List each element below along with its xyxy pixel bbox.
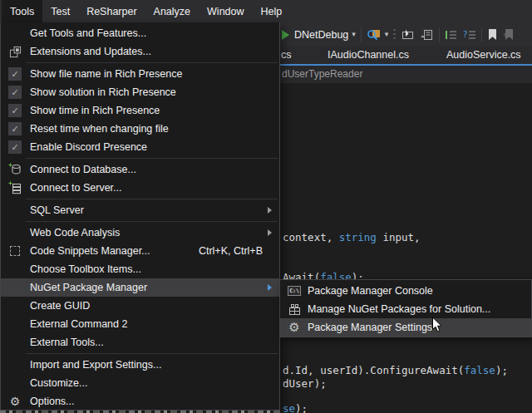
nuget-submenu: C:\ Package Manager Console Manage NuGet…: [279, 279, 532, 337]
menubar-test[interactable]: Test: [42, 0, 78, 22]
menu-item-show-time[interactable]: ✓ Show time in Rich Presence: [1, 101, 279, 120]
tools-menu: Get Tools and Features... Extensions and…: [0, 22, 280, 411]
menu-item-label: Extensions and Updates...: [30, 46, 151, 57]
menu-item-label: Show solution in Rich Presence: [30, 86, 176, 98]
navigate-forward-icon: [420, 28, 434, 41]
prev-bookmark-button[interactable]: [503, 28, 514, 41]
menu-item-label: Connect to Server...: [30, 182, 121, 194]
menu-item-manage-nuget-packages[interactable]: Manage NuGet Packages for Solution...: [280, 300, 531, 318]
breadcrumb[interactable]: dUserTypeReader: [280, 66, 532, 83]
menubar-window-label: Window: [207, 6, 244, 17]
checkmark-icon: ✓: [8, 140, 22, 154]
menu-item-options[interactable]: ⚙ Options...: [1, 392, 279, 411]
menu-item-label: Choose Toolbox Items...: [30, 263, 141, 275]
navigate-backward-icon: [401, 28, 415, 41]
menu-item-create-guid[interactable]: Create GUID: [1, 297, 279, 315]
menu-item-show-file-name[interactable]: ✓ Show file name in Rich Presence: [1, 65, 279, 83]
menubar-tools[interactable]: Tools: [2, 0, 42, 22]
menubar-analyze-label: Analyze: [154, 6, 190, 17]
chevron-down-icon: ▾: [352, 31, 356, 38]
menu-item-label: Show time in Rich Presence: [30, 105, 160, 116]
menu-item-get-tools-and-features[interactable]: Get Tools and Features...: [1, 24, 279, 42]
question-lines-icon: ?: [463, 29, 476, 41]
play-icon: [282, 30, 289, 40]
gear-icon: ⚙: [288, 322, 299, 334]
code-line: context, string input,: [283, 231, 421, 243]
prev-bookmark-icon: [503, 28, 514, 41]
menu-item-label: Package Manager Console: [308, 285, 433, 297]
menu-item-label: Reset time when changing file: [30, 123, 169, 135]
menu-item-external-tools[interactable]: External Tools...: [1, 333, 279, 352]
menu-item-web-code-analysis[interactable]: Web Code Analysis: [1, 224, 279, 242]
menu-item-customize[interactable]: Customize...: [1, 374, 279, 392]
menu-item-label: Web Code Analysis: [30, 227, 120, 238]
menu-item-label: Connect to Database...: [30, 164, 136, 175]
menubar-test-label: Test: [51, 6, 70, 17]
menubar-help[interactable]: Help: [253, 0, 291, 22]
extensions-icon: [9, 46, 22, 58]
find-in-files-icon: [367, 28, 382, 42]
menu-item-nuget-package-manager[interactable]: NuGet Package Manager: [1, 278, 279, 297]
menu-item-shortcut: Ctrl+K, Ctrl+B: [199, 245, 263, 257]
menu-item-extensions-and-updates[interactable]: Extensions and Updates...: [1, 42, 279, 61]
menubar-window[interactable]: Window: [199, 0, 252, 22]
code-line: se);: [283, 402, 308, 413]
menu-item-label: Customize...: [30, 377, 87, 389]
add-server-icon: [8, 181, 22, 194]
start-debug-button[interactable]: [282, 30, 289, 40]
toolbar-grip[interactable]: [393, 29, 396, 41]
submenu-arrow-icon: [268, 284, 272, 291]
indent-lines-button[interactable]: [445, 29, 458, 41]
menu-item-label: Create GUID: [30, 300, 90, 312]
menu-item-enable-discord-presence[interactable]: ✓ Enable Discord Presence: [1, 138, 279, 156]
debug-profile-label: DNetDebug: [294, 29, 348, 41]
menu-item-label: Show file name in Rich Presence: [30, 68, 182, 80]
menu-item-label: SQL Server: [30, 204, 84, 216]
menu-item-label: NuGet Package Manager: [30, 282, 147, 293]
menubar-resharper[interactable]: ReSharper: [78, 0, 145, 22]
bookmark-button[interactable]: [487, 28, 498, 41]
menu-item-show-solution[interactable]: ✓ Show solution in Rich Presence: [1, 83, 279, 101]
menu-separator: [26, 199, 278, 199]
standard-toolbar: DNetDebug ▾ ▾: [280, 22, 532, 47]
menu-item-reset-time[interactable]: ✓ Reset time when changing file: [1, 120, 279, 138]
add-database-icon: [8, 163, 22, 176]
menu-item-sql-server[interactable]: SQL Server: [1, 201, 279, 219]
menu-item-label: Get Tools and Features...: [30, 27, 146, 39]
menubar-analyze[interactable]: Analyze: [145, 0, 199, 22]
tab-partial[interactable]: cs: [281, 47, 292, 64]
menu-item-label: Code Snippets Manager...: [30, 245, 150, 257]
navigate-forward-button[interactable]: [420, 28, 434, 41]
chevron-down-icon: ▾: [385, 31, 389, 38]
code-line: d.Id, userId).ConfigureAwait(false);: [283, 364, 508, 376]
submenu-arrow-icon: [268, 207, 272, 214]
checkmark-icon: ✓: [8, 104, 22, 117]
debug-profile-dropdown[interactable]: DNetDebug ▾: [294, 29, 356, 41]
document-tab-strip: cs IAudioChannel.cs AudioService.cs: [280, 47, 532, 64]
navigate-backward-button[interactable]: [401, 28, 415, 41]
bookmark-icon: [487, 28, 498, 41]
checkmark-icon: ✓: [8, 86, 22, 99]
menu-item-package-manager-console[interactable]: C:\ Package Manager Console: [280, 282, 531, 300]
menu-separator: [26, 62, 278, 63]
menu-item-code-snippets-manager[interactable]: Code Snippets Manager... Ctrl+K, Ctrl+B: [1, 242, 279, 260]
menu-item-connect-to-database[interactable]: Connect to Database...: [1, 160, 279, 179]
menu-item-label: Package Manager Settings: [308, 322, 432, 333]
svg-text:?: ?: [463, 30, 467, 39]
menu-item-choose-toolbox-items[interactable]: Choose Toolbox Items...: [1, 260, 279, 278]
tab-audioservice[interactable]: AudioService.cs: [446, 47, 521, 64]
menu-item-external-command-2[interactable]: External Command 2: [1, 315, 279, 333]
vs-window: Tools Test ReSharper Analyze Window Help…: [0, 0, 532, 413]
menu-item-package-manager-settings[interactable]: ⚙ Package Manager Settings: [280, 318, 531, 337]
question-lines-button[interactable]: ?: [463, 29, 476, 41]
menu-separator: [26, 353, 278, 354]
menubar-resharper-label: ReSharper: [86, 6, 136, 17]
submenu-arrow-icon: [268, 229, 272, 236]
menu-item-connect-to-server[interactable]: Connect to Server...: [1, 179, 279, 197]
menu-item-label: Enable Discord Presence: [30, 141, 147, 153]
menu-item-import-export-settings[interactable]: Import and Export Settings...: [1, 356, 279, 374]
menubar-tools-label: Tools: [10, 6, 34, 17]
tab-iaudiochannel[interactable]: IAudioChannel.cs: [328, 47, 409, 64]
console-icon: C:\: [288, 286, 301, 296]
find-in-files-button[interactable]: ▾: [367, 28, 389, 42]
